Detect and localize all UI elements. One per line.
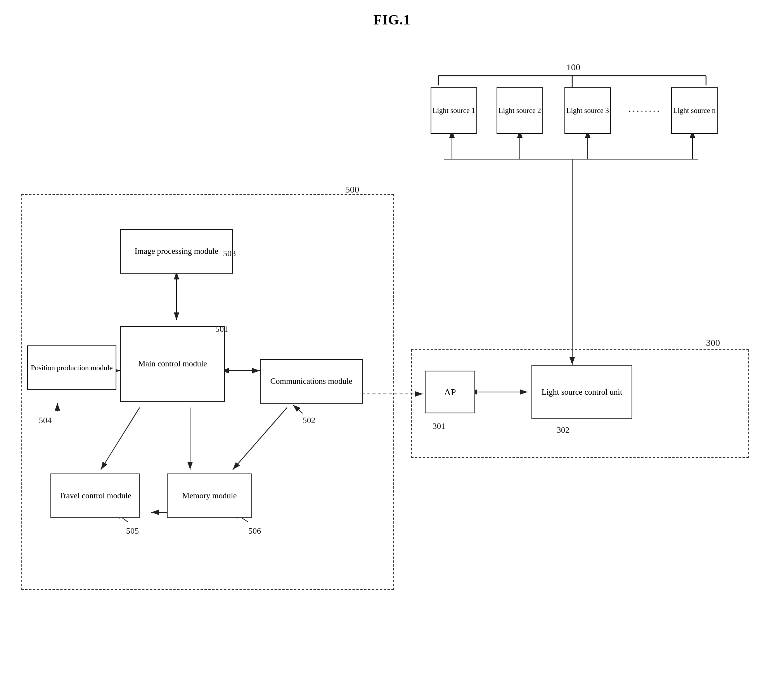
label-302: 302 bbox=[557, 425, 569, 435]
label-504: 504 bbox=[39, 415, 52, 425]
position-production-box: Position production module bbox=[27, 345, 116, 390]
label-502: 502 bbox=[303, 415, 315, 425]
diagram: 100 Light source 1 Light source 2 Light … bbox=[0, 31, 784, 671]
label-500: 500 bbox=[345, 184, 359, 195]
image-processing-box: Image processing module bbox=[120, 229, 233, 274]
label-100: 100 bbox=[566, 62, 580, 73]
label-505: 505 bbox=[126, 526, 139, 536]
label-501: 501 bbox=[215, 324, 228, 334]
label-300: 300 bbox=[706, 338, 720, 348]
memory-box: Memory module bbox=[167, 474, 252, 518]
light-source-control-box: Light source control unit bbox=[531, 365, 632, 419]
main-control-box: Main control module bbox=[120, 326, 225, 402]
light-source-3-box: Light source 3 bbox=[564, 87, 611, 134]
light-source-n-box: Light source n bbox=[671, 87, 718, 134]
communications-box: Communications module bbox=[260, 359, 363, 404]
figure-title: FIG.1 bbox=[0, 0, 784, 28]
label-301: 301 bbox=[433, 421, 445, 431]
label-506: 506 bbox=[248, 526, 261, 536]
ap-box: AP bbox=[425, 371, 475, 413]
light-source-1-box: Light source 1 bbox=[431, 87, 477, 134]
travel-control-box: Travel control module bbox=[50, 474, 140, 518]
dots-label: ........ bbox=[628, 103, 661, 114]
label-503: 503 bbox=[223, 248, 236, 258]
light-source-2-box: Light source 2 bbox=[497, 87, 543, 134]
